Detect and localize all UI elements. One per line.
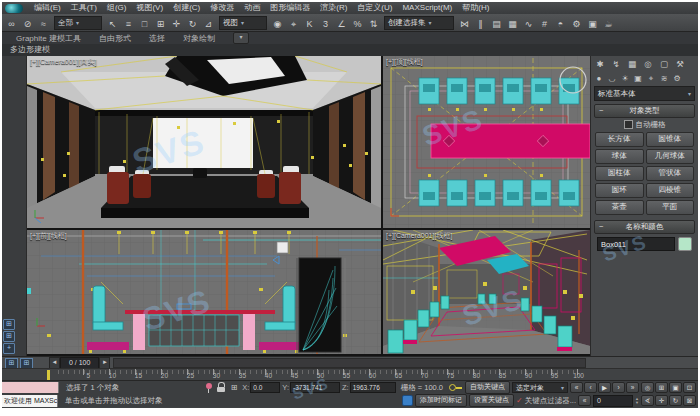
select-and-scale-icon[interactable]: ⊿ xyxy=(201,16,216,30)
rendered-frame-window-icon[interactable]: ▣ xyxy=(585,16,600,30)
application-logo-icon[interactable] xyxy=(5,4,23,13)
select-and-rotate-icon[interactable]: ↻ xyxy=(185,16,200,30)
select-by-name-icon[interactable]: ≡ xyxy=(121,16,136,30)
viewport-layout-tab-icon[interactable]: ⊞ xyxy=(3,331,15,342)
menu-item[interactable]: 自定义(U) xyxy=(352,2,397,14)
menu-item[interactable]: 渲染(R) xyxy=(315,2,352,14)
object-type-button[interactable]: 茶壶 xyxy=(595,200,644,215)
go-to-end-icon[interactable]: » xyxy=(626,382,639,393)
viewport-layout-tab-icon[interactable]: ⊞ xyxy=(3,319,15,330)
primitive-category-dropdown[interactable]: 标准基本体▾ xyxy=(594,86,695,101)
zoom-extents-all-icon[interactable]: ⊡ xyxy=(683,382,696,393)
viewport-camera-shaded[interactable]: [+][Camera001][真实] xyxy=(27,56,381,228)
z-field[interactable]: 1963.776 xyxy=(350,382,396,393)
object-type-button[interactable]: 球体 xyxy=(595,149,644,164)
ribbon-toggle-icon[interactable]: ▦ xyxy=(505,16,520,30)
window-crossing-icon[interactable]: ⊞ xyxy=(153,16,168,30)
name-color-rollout-header[interactable]: −名称和颜色 xyxy=(594,220,695,234)
object-type-button[interactable]: 平面 xyxy=(646,200,695,215)
schematic-view-icon[interactable]: # xyxy=(537,16,552,30)
geometry-category-icon[interactable]: ● xyxy=(593,72,605,83)
render-setup-icon[interactable]: ⚙ xyxy=(569,16,584,30)
systems-category-icon[interactable]: ⚙ xyxy=(671,72,683,83)
hierarchy-tab-icon[interactable]: ▦ xyxy=(625,59,639,69)
object-type-button[interactable]: 管状体 xyxy=(646,166,695,181)
menu-item[interactable]: 视图(V) xyxy=(131,2,168,14)
frame-spinner[interactable]: ▲▼ xyxy=(635,397,639,405)
object-color-swatch[interactable] xyxy=(678,237,692,251)
helpers-category-icon[interactable]: ⌖ xyxy=(645,72,657,83)
use-pivot-point-center-icon[interactable]: ◉ xyxy=(270,16,285,30)
isolate-selection-pin-icon[interactable] xyxy=(204,382,214,393)
display-tab-icon[interactable]: ▢ xyxy=(657,59,671,69)
x-field[interactable]: 0.0 xyxy=(250,382,280,393)
mini-curve-editor-icon[interactable]: ⊞ xyxy=(5,358,18,369)
ribbon-minimize-button[interactable]: ▾ xyxy=(233,32,249,44)
zoom-extents-icon[interactable]: ▣ xyxy=(669,382,682,393)
viewport-label[interactable]: [+][Camera001][真实] xyxy=(30,57,96,67)
material-editor-icon[interactable]: ◓ xyxy=(553,16,568,30)
curve-editor-icon[interactable]: ∿ xyxy=(521,16,536,30)
mirror-icon[interactable]: ⋈ xyxy=(457,16,472,30)
utilities-tab-icon[interactable]: ⚒ xyxy=(673,59,687,69)
menu-item[interactable]: 修改器 xyxy=(205,2,239,14)
viewport-layout-add-icon[interactable]: + xyxy=(3,343,15,354)
zoom-icon[interactable]: ◎ xyxy=(641,382,654,393)
selection-lock-icon[interactable] xyxy=(216,382,226,393)
lights-category-icon[interactable]: ☀ xyxy=(619,72,631,83)
absolute-mode-icon[interactable]: ⊞ xyxy=(228,382,240,393)
layer-manager-icon[interactable]: ▤ xyxy=(489,16,504,30)
viewport-camera-wireframe[interactable]: [+][Camera001][线框] xyxy=(383,230,590,354)
play-animation-icon[interactable]: ▶ xyxy=(598,382,611,393)
auto-key-button[interactable]: 自动关键点 xyxy=(465,381,510,394)
ribbon-tab[interactable]: 选择 xyxy=(141,33,173,44)
key-filters-button[interactable]: 关键点过滤器... xyxy=(525,396,576,406)
maxscript-mini-listener[interactable]: 欢迎使用 MAXScript xyxy=(2,395,58,407)
object-type-button[interactable]: 圆柱体 xyxy=(595,166,644,181)
viewport-label[interactable]: [+][顶][线框] xyxy=(386,57,423,67)
menu-item[interactable]: 动画 xyxy=(239,2,265,14)
object-type-button[interactable]: 圆环 xyxy=(595,183,644,198)
previous-frame-icon[interactable]: ‹ xyxy=(584,382,597,393)
menu-item[interactable]: 图形编辑器 xyxy=(265,2,315,14)
go-to-frame-icon[interactable]: « xyxy=(578,395,591,406)
viewport-front-wireframe[interactable]: [+][前][线框] xyxy=(27,230,381,354)
snap-toggle-3d-icon[interactable]: 3 xyxy=(318,16,333,30)
modify-tab-icon[interactable]: ↯ xyxy=(609,59,623,69)
menu-item[interactable]: 组(G) xyxy=(102,2,132,14)
render-production-icon[interactable]: ☕ xyxy=(601,16,616,30)
object-type-button[interactable]: 四棱锥 xyxy=(646,183,695,198)
shapes-category-icon[interactable]: ◡ xyxy=(606,72,618,83)
field-of-view-icon[interactable]: ∢ xyxy=(641,395,654,406)
autogrid-checkbox[interactable] xyxy=(624,120,633,129)
object-type-button[interactable]: 长方体 xyxy=(595,132,644,147)
named-selection-sets-field[interactable]: 创建选择集▾ xyxy=(384,16,454,30)
time-slider-track[interactable] xyxy=(113,358,586,368)
create-tab-icon[interactable]: ✱ xyxy=(593,59,607,69)
angle-snap-icon[interactable]: ∠ xyxy=(334,16,349,30)
spinner-snap-icon[interactable]: ⇅ xyxy=(366,16,381,30)
select-and-link-icon[interactable]: ∞ xyxy=(4,16,19,30)
reference-coordinate-dropdown[interactable]: 视图▾ xyxy=(219,16,267,30)
viewport-label[interactable]: [+][Camera001][线框] xyxy=(386,231,452,241)
selection-filter-dropdown[interactable]: 全部▾ xyxy=(54,16,102,30)
current-frame-field[interactable]: 0 xyxy=(593,395,633,407)
select-and-manipulate-icon[interactable]: ⌖ xyxy=(286,16,301,30)
add-time-tag-button[interactable]: 添加时间标记 xyxy=(415,394,467,407)
next-frame-icon[interactable]: › xyxy=(612,382,625,393)
motion-tab-icon[interactable]: ◎ xyxy=(641,59,655,69)
ribbon-tab[interactable]: 对象绘制 xyxy=(175,33,223,44)
unlink-selection-icon[interactable]: ⊘ xyxy=(20,16,35,30)
align-icon[interactable]: ∥ xyxy=(473,16,488,30)
menu-item[interactable]: 帮助(H) xyxy=(457,2,494,14)
bind-to-space-warp-icon[interactable]: ≈ xyxy=(36,16,51,30)
cameras-category-icon[interactable]: ▣ xyxy=(632,72,644,83)
current-frame-marker[interactable] xyxy=(47,370,50,380)
viewport-label[interactable]: [+][前][线框] xyxy=(30,231,67,241)
maximize-viewport-toggle-icon[interactable]: ⊠ xyxy=(683,395,696,406)
macro-recorder-pane[interactable] xyxy=(2,382,59,393)
object-type-button[interactable]: 圆锥体 xyxy=(646,132,695,147)
rectangular-selection-region-icon[interactable]: □ xyxy=(137,16,152,30)
go-to-start-icon[interactable]: « xyxy=(570,382,583,393)
y-field[interactable]: -3731.741 xyxy=(290,382,340,393)
